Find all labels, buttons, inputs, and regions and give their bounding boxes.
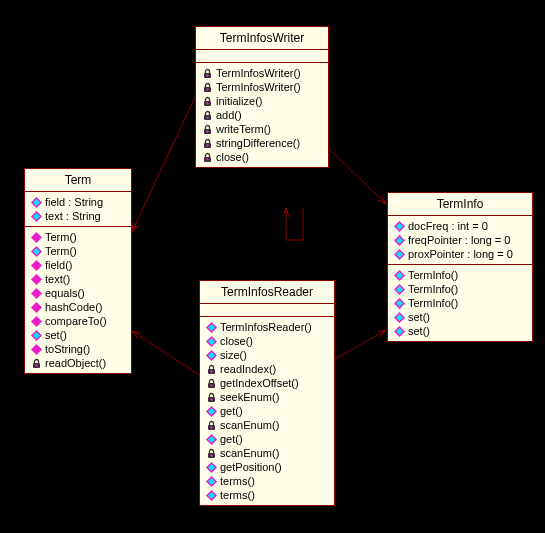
- public-icon: [31, 260, 42, 271]
- member-label: add(): [216, 109, 242, 121]
- public-icon: [31, 288, 42, 299]
- member-row: equals(): [31, 286, 125, 300]
- attr-section-empty: [200, 304, 334, 317]
- private-icon: [206, 448, 217, 459]
- class-title: TermInfo: [388, 193, 532, 216]
- member-label: readObject(): [45, 357, 106, 369]
- svg-marker-29: [31, 316, 42, 327]
- method-section: Term()Term()field()text()equals()hashCod…: [25, 227, 131, 373]
- svg-line-0: [132, 97, 195, 232]
- package-icon: [206, 490, 217, 501]
- class-title: Term: [25, 169, 131, 192]
- private-icon: [202, 152, 213, 163]
- private-icon: [202, 110, 213, 121]
- member-row: TermInfo(): [394, 296, 526, 310]
- member-row: proxPointer : long = 0: [394, 247, 526, 261]
- member-row: stringDifference(): [202, 136, 322, 150]
- method-section: TermInfo()TermInfo()TermInfo()set()set(): [388, 265, 532, 341]
- member-row: getIndexOffset(): [206, 376, 328, 390]
- public-icon: [31, 232, 42, 243]
- private-icon: [202, 124, 213, 135]
- member-row: field : String: [31, 195, 125, 209]
- member-label: TermInfosWriter(): [216, 67, 301, 79]
- public-icon: [31, 274, 42, 285]
- member-row: TermInfosWriter(): [202, 80, 322, 94]
- member-row: docFreq : int = 0: [394, 219, 526, 233]
- package-icon: [394, 270, 405, 281]
- member-label: close(): [216, 151, 249, 163]
- member-label: stringDifference(): [216, 137, 300, 149]
- member-row: set(): [31, 328, 125, 342]
- member-label: docFreq : int = 0: [408, 220, 488, 232]
- member-row: TermInfosWriter(): [202, 66, 322, 80]
- member-label: Term(): [45, 245, 77, 257]
- package-icon: [206, 336, 217, 347]
- member-label: readIndex(): [220, 363, 276, 375]
- package-icon: [206, 322, 217, 333]
- member-label: get(): [220, 405, 243, 417]
- member-row: set(): [394, 310, 526, 324]
- member-row: field(): [31, 258, 125, 272]
- private-icon: [206, 378, 217, 389]
- member-label: set(): [408, 325, 430, 337]
- private-icon: [202, 138, 213, 149]
- private-icon: [31, 358, 42, 369]
- member-label: Term(): [45, 231, 77, 243]
- package-icon: [206, 406, 217, 417]
- member-label: field(): [45, 259, 73, 271]
- member-label: set(): [408, 311, 430, 323]
- public-icon: [31, 316, 42, 327]
- class-terminfoswriter: TermInfosWriter TermInfosWriter()TermInf…: [195, 26, 329, 168]
- package-icon: [31, 197, 42, 208]
- member-row: text(): [31, 272, 125, 286]
- member-label: compareTo(): [45, 315, 107, 327]
- member-row: add(): [202, 108, 322, 122]
- private-icon: [202, 68, 213, 79]
- member-label: TermInfosReader(): [220, 321, 312, 333]
- member-label: scanEnum(): [220, 419, 279, 431]
- package-icon: [206, 462, 217, 473]
- package-icon: [31, 211, 42, 222]
- attr-section: field : Stringtext : String: [25, 192, 131, 227]
- svg-line-2: [132, 331, 199, 375]
- member-label: text : String: [45, 210, 101, 222]
- member-label: close(): [220, 335, 253, 347]
- member-row: close(): [206, 334, 328, 348]
- member-label: TermInfo(): [408, 297, 458, 309]
- member-row: Term(): [31, 230, 125, 244]
- member-row: hashCode(): [31, 300, 125, 314]
- member-label: set(): [45, 329, 67, 341]
- member-row: TermInfo(): [394, 268, 526, 282]
- member-row: text : String: [31, 209, 125, 223]
- member-label: TermInfosWriter(): [216, 81, 301, 93]
- member-row: TermInfo(): [394, 282, 526, 296]
- member-label: initialize(): [216, 95, 262, 107]
- member-row: size(): [206, 348, 328, 362]
- class-terminfo: TermInfo docFreq : int = 0freqPointer : …: [387, 192, 533, 342]
- attr-section: docFreq : int = 0freqPointer : long = 0p…: [388, 216, 532, 265]
- member-label: seekEnum(): [220, 391, 279, 403]
- member-row: writeTerm(): [202, 122, 322, 136]
- class-title: TermInfosReader: [200, 281, 334, 304]
- private-icon: [206, 392, 217, 403]
- method-section: TermInfosReader()close()size()readIndex(…: [200, 317, 334, 505]
- member-row: freqPointer : long = 0: [394, 233, 526, 247]
- member-label: size(): [220, 349, 247, 361]
- member-label: terms(): [220, 475, 255, 487]
- private-icon: [206, 364, 217, 375]
- member-label: writeTerm(): [216, 123, 271, 135]
- package-icon: [394, 312, 405, 323]
- member-label: equals(): [45, 287, 85, 299]
- svg-line-3: [334, 330, 386, 360]
- member-label: get(): [220, 433, 243, 445]
- member-label: field : String: [45, 196, 103, 208]
- member-row: readIndex(): [206, 362, 328, 376]
- member-label: TermInfo(): [408, 283, 458, 295]
- svg-marker-25: [31, 260, 42, 271]
- class-terminfosreader: TermInfosReader TermInfosReader()close()…: [199, 280, 335, 506]
- attr-section-empty: [196, 50, 328, 63]
- member-label: text(): [45, 273, 70, 285]
- member-row: toString(): [31, 342, 125, 356]
- member-label: getIndexOffset(): [220, 377, 299, 389]
- member-row: terms(): [206, 488, 328, 502]
